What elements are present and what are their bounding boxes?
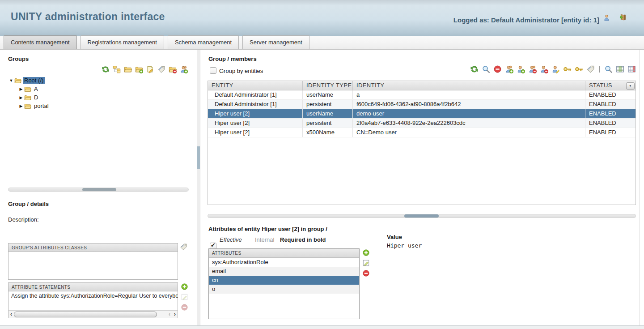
- page-bottom-strip: [0, 325, 644, 329]
- attribute-value-text: Hiper user: [387, 242, 422, 249]
- logout-icon[interactable]: [619, 13, 627, 21]
- edit-statement-icon[interactable]: [181, 293, 188, 301]
- scrollbar-thumb[interactable]: [14, 312, 157, 317]
- add-identity-icon[interactable]: [517, 65, 525, 73]
- attribute-statements-scrollbar[interactable]: ‹ ‹ ›: [8, 310, 178, 318]
- table-row[interactable]: Hiper user [2]persistent2f0a4ab7-e633-44…: [208, 119, 636, 128]
- tree-item-label[interactable]: D: [33, 94, 39, 101]
- tree-item-label[interactable]: Root (/): [23, 77, 45, 84]
- table-row[interactable]: Hiper user [2]x500NameCN=Demo userENABLE…: [208, 128, 636, 137]
- add-attribute-icon[interactable]: [362, 249, 370, 256]
- scrollbar-thumb[interactable]: [82, 188, 116, 191]
- expand-tree-icon[interactable]: [113, 65, 121, 73]
- expand-arrow-icon[interactable]: ▶: [18, 95, 24, 100]
- scroll-left-icon[interactable]: ‹: [8, 311, 14, 317]
- refresh-icon[interactable]: [470, 65, 479, 73]
- column-header-status[interactable]: STATUS▾: [585, 81, 636, 90]
- edit-entity-icon[interactable]: [551, 65, 560, 73]
- folder-icon: [24, 103, 31, 110]
- attribute-statements-list: Assign the attribute sys:AuthorizationRo…: [8, 291, 178, 310]
- table-row[interactable]: Hiper user [2]userNamedemo-userENABLED: [208, 109, 636, 119]
- edit-attribute-icon[interactable]: [362, 259, 370, 267]
- credential-requirement-icon[interactable]: [575, 65, 583, 73]
- add-statement-icon[interactable]: [181, 283, 188, 291]
- table-filter-icon[interactable]: [627, 65, 636, 73]
- delete-group-icon[interactable]: [169, 65, 177, 73]
- members-table-header: ENTITYIDENTITY TYPEIDENTITYSTATUS▾: [208, 81, 636, 90]
- refresh-icon[interactable]: [102, 65, 110, 73]
- group-by-entities-label: Group by entities: [219, 68, 263, 74]
- splitter-thumb[interactable]: [197, 146, 200, 169]
- tree-item-label[interactable]: portal: [33, 103, 50, 109]
- attribute-statements-header[interactable]: ATTRIBUTE STATEMENTS: [8, 282, 178, 291]
- attributes-panel-title: Attributes of entity Hiper user [2] in g…: [208, 226, 327, 232]
- table-cell: demo-user: [353, 109, 585, 118]
- table-row[interactable]: Default Administrator [1]userNameaENABLE…: [208, 90, 636, 100]
- search-table-icon[interactable]: [604, 65, 613, 73]
- description-label: Description:: [8, 216, 39, 223]
- table-cell: a: [353, 90, 585, 99]
- table-columns-icon[interactable]: [616, 65, 624, 73]
- table-cell: persistent: [303, 100, 353, 109]
- table-row[interactable]: Default Administrator [1]persistentf600c…: [208, 100, 636, 109]
- tab-contents-management[interactable]: Contents management: [4, 35, 77, 49]
- panel-splitter-horizontal[interactable]: [208, 214, 636, 218]
- attribute-row[interactable]: o: [209, 285, 359, 294]
- table-cell: Default Administrator [1]: [208, 100, 303, 109]
- attribute-classes-header[interactable]: GROUP'S ATTRIBUTES CLASSES: [8, 243, 178, 252]
- group-attribute-classes-icon[interactable]: [157, 65, 165, 73]
- column-filter-button[interactable]: ▾: [626, 82, 635, 90]
- tab-registrations-management[interactable]: Registrations management: [80, 35, 164, 49]
- attribute-statement-row[interactable]: Assign the attribute sys:AuthorizationRo…: [8, 291, 178, 300]
- internal-label: Internal: [255, 236, 274, 243]
- column-header-identity[interactable]: IDENTITY: [353, 81, 585, 90]
- attribute-row[interactable]: email: [209, 267, 359, 276]
- delete-identity-icon[interactable]: [540, 65, 548, 73]
- inspect-icon[interactable]: [482, 65, 490, 73]
- add-entity-icon[interactable]: [180, 65, 188, 73]
- delete-entity-icon[interactable]: [528, 65, 537, 73]
- attribute-row[interactable]: sys:AuthorizationRole: [209, 258, 359, 267]
- logged-as-text: Logged as: Default Administrator [entity…: [453, 16, 599, 24]
- table-cell: ENABLED: [585, 128, 636, 137]
- expand-arrow-icon[interactable]: ▶: [18, 104, 24, 108]
- table-cell: userName: [303, 90, 353, 99]
- add-group-icon[interactable]: [135, 65, 143, 73]
- edit-attribute-classes-icon[interactable]: [180, 243, 187, 251]
- scroll-left2-icon[interactable]: ‹: [167, 311, 172, 317]
- entity-attributes-icon[interactable]: [586, 65, 595, 73]
- group-by-entities-checkbox[interactable]: [210, 67, 216, 74]
- add-entities-icon[interactable]: [505, 65, 513, 73]
- tree-item-portal[interactable]: ▶portal: [8, 102, 189, 110]
- tab-server-management[interactable]: Server management: [242, 35, 309, 49]
- attributes-column-header[interactable]: ATTRIBUTES: [209, 249, 359, 258]
- credentials-icon[interactable]: [563, 65, 572, 73]
- splitter-thumb[interactable]: [404, 214, 439, 218]
- user-avatar-icon[interactable]: [603, 14, 611, 21]
- group-details-title: Group / details: [8, 201, 49, 207]
- folder-icon: [24, 94, 31, 101]
- unity-admin-window: UNITY administration interface Logged as…: [0, 0, 644, 329]
- column-header-entity[interactable]: ENTITY: [208, 81, 303, 90]
- edit-group-icon[interactable]: [146, 65, 154, 73]
- tree-item-a[interactable]: ▶A: [8, 85, 189, 93]
- panel-splitter-vertical[interactable]: [197, 50, 200, 325]
- expand-arrow-icon[interactable]: ▶: [18, 87, 24, 91]
- delete-attribute-icon[interactable]: [362, 269, 370, 277]
- collapse-arrow-icon[interactable]: ▼: [8, 78, 14, 83]
- tab-schema-management[interactable]: Schema management: [168, 35, 239, 49]
- attribute-row[interactable]: cn: [209, 276, 359, 285]
- delete-statement-icon[interactable]: [181, 303, 188, 311]
- tree-item-root-[interactable]: ▼Root (/): [8, 76, 189, 85]
- members-table: ENTITYIDENTITY TYPEIDENTITYSTATUS▾Defaul…: [208, 81, 636, 205]
- column-header-identity-type[interactable]: IDENTITY TYPE: [303, 81, 353, 90]
- table-cell: Default Administrator [1]: [208, 90, 303, 99]
- folder-icon: [24, 85, 31, 93]
- tree-item-d[interactable]: ▶D: [8, 93, 189, 102]
- groups-horizontal-scrollbar[interactable]: [8, 188, 189, 192]
- tree-item-label[interactable]: A: [33, 85, 39, 92]
- remove-from-group-icon[interactable]: [493, 65, 502, 73]
- collapse-tree-icon[interactable]: [124, 65, 132, 73]
- table-cell: Hiper user [2]: [208, 128, 303, 137]
- scroll-right-icon[interactable]: ›: [172, 311, 178, 317]
